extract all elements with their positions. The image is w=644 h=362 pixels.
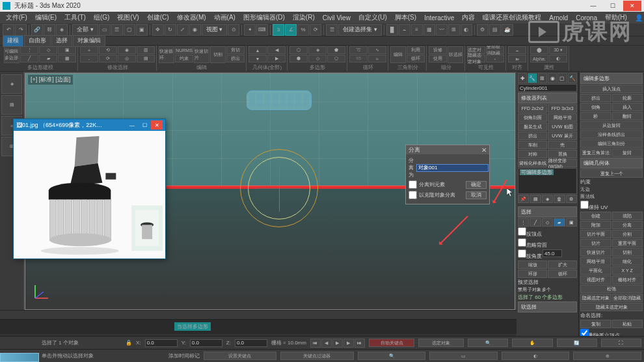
stack-pin[interactable]: 📌 — [518, 195, 529, 203]
time-track[interactable]: 当选择多边形 — [0, 320, 517, 334]
render-button[interactable]: ☕ — [502, 24, 513, 36]
collapse-btn[interactable]: 填陷 — [612, 212, 643, 220]
selected-button[interactable]: 选定对象 — [418, 339, 464, 347]
outline-btn[interactable]: 轮廓 — [612, 94, 643, 102]
select-button[interactable]: ▭ — [99, 24, 111, 36]
dialog-cancel-button[interactable]: 取消 — [466, 191, 487, 199]
mirror-button[interactable]: ▐▌ — [386, 24, 398, 36]
scale-button[interactable]: ⤢ — [177, 24, 189, 36]
undo-button[interactable]: ↶ — [3, 24, 14, 36]
tab-create[interactable]: ✚ — [518, 73, 527, 83]
ribbon-tab-freeform[interactable]: 自由形 — [24, 35, 51, 47]
swiftloop-button[interactable]: 快速循环 — [159, 46, 174, 63]
menu-civilview[interactable]: Civil View — [319, 14, 354, 21]
menu-tools[interactable]: 工具(T) — [61, 13, 89, 22]
material-button[interactable]: ◐ — [461, 24, 472, 36]
edge-mode[interactable]: ╱ — [20, 55, 38, 63]
preserve-uv-check[interactable] — [580, 201, 589, 209]
render-setup-button[interactable]: ⚙ — [477, 24, 489, 36]
hide-sel-btn[interactable]: 隐藏选定对象 — [580, 294, 611, 302]
scene-btn2[interactable]: ▤ — [1, 95, 22, 115]
drag-handle[interactable] — [0, 353, 39, 362]
const-btn[interactable]: 约束 — [175, 55, 193, 63]
z-coord-input[interactable] — [235, 339, 267, 347]
angle-snap-button[interactable]: ∠ — [285, 24, 297, 36]
inset-btn[interactable]: 插入 — [612, 103, 643, 111]
sel-btn3[interactable]: ▥ — [137, 46, 155, 54]
detach-btn[interactable]: 分离 — [612, 221, 643, 229]
grow-btn[interactable]: + — [80, 46, 98, 54]
next-frame[interactable]: ▶ — [343, 339, 354, 348]
nav-max[interactable]: ⛶ — [601, 339, 641, 347]
menu-scripting[interactable]: 脚本(S) — [392, 13, 420, 22]
nav-zoom[interactable]: 🔍 — [468, 339, 508, 347]
move-button[interactable]: ✥ — [152, 24, 164, 36]
loopC[interactable]: ∿ — [368, 46, 386, 54]
quickslice-button[interactable]: 快速切片 — [194, 46, 209, 63]
keyboard-button[interactable]: ⌨ — [256, 24, 268, 36]
menu-content[interactable]: 内容 — [459, 13, 478, 22]
window-crossing-button[interactable]: ▣ — [136, 24, 148, 36]
named-sel-button[interactable]: ☰ — [326, 24, 338, 36]
tab-motion[interactable]: ◉ — [548, 73, 557, 83]
sel-border[interactable]: ◇ — [542, 218, 553, 227]
detach-dialog[interactable]: 分离 ✕ 分离为 分离到元素 确定 以克隆对象分离 取消 — [405, 145, 490, 204]
sel-edge[interactable]: ╱ — [530, 218, 541, 227]
angle-value[interactable] — [543, 249, 562, 257]
tess-btn[interactable]: 细化 — [612, 257, 643, 266]
tab-hierarchy[interactable]: ⊞ — [538, 73, 547, 83]
select-region-button[interactable]: ▢ — [124, 24, 135, 36]
mod-lathe[interactable]: 车削 — [518, 141, 547, 149]
by-vertex-check[interactable] — [518, 227, 526, 236]
subB[interactable]: 使用 — [429, 55, 447, 63]
menu-file[interactable]: 文件(F) — [3, 13, 31, 22]
play-button[interactable]: ▶ — [332, 339, 343, 348]
close-button[interactable]: ✕ — [623, 1, 641, 11]
mod-garment[interactable]: 服装生成 — [518, 122, 547, 131]
detach-name-input[interactable] — [416, 164, 489, 172]
hinge-btn[interactable]: 从边旋转 — [580, 121, 643, 130]
menu-group[interactable]: 组(G) — [90, 13, 113, 22]
ring-btn[interactable]: ⟳ — [99, 55, 117, 63]
rotate-button[interactable]: ↻ — [165, 24, 176, 36]
stack-unique[interactable]: ◈ — [542, 195, 553, 203]
prD[interactable]: ◐ — [549, 55, 567, 63]
sel-btn2[interactable]: ◎ — [118, 55, 136, 63]
stack-remove[interactable]: 🗑 — [554, 195, 565, 203]
full-mode[interactable]: ▦ — [58, 55, 76, 63]
menu-help[interactable]: 帮助(H) — [602, 13, 630, 22]
ref-min-button[interactable]: — — [126, 120, 138, 130]
unlink-button[interactable]: ⛓ — [44, 24, 55, 36]
editable-poly-button[interactable]: 可编辑多边形 — [4, 46, 20, 63]
ext-btn[interactable]: 挤出 — [226, 55, 245, 63]
user-icon[interactable]: 👤 — [632, 14, 644, 21]
edit-geo-header[interactable]: 编辑几何体 — [580, 158, 643, 169]
stack-config[interactable]: ⚙ — [566, 195, 577, 203]
bevel-btn[interactable]: 倒角 — [580, 103, 611, 111]
border-mode[interactable]: ◇ — [39, 46, 57, 54]
prA[interactable]: ⬤ — [530, 46, 548, 54]
y-coord-input[interactable] — [190, 339, 222, 347]
dialog-ok-button[interactable]: 确定 — [466, 181, 487, 189]
selection-filter[interactable]: 全部 ▾ — [72, 24, 98, 36]
keyfilter-button[interactable]: 关键点过滤器 — [280, 352, 354, 360]
placement-button[interactable]: ◉ — [189, 24, 201, 36]
ribbon-tab-selection[interactable]: 选择 — [51, 35, 72, 47]
shrink-btn[interactable]: - — [80, 55, 98, 63]
create-btn[interactable]: 创建 — [580, 212, 611, 220]
ribbon-tab-objectpaint[interactable]: 对象编辑 — [73, 35, 105, 47]
sel-elem[interactable]: ▣ — [566, 218, 577, 227]
nurms-btn[interactable]: NURMS — [175, 46, 193, 54]
loopB[interactable]: ➿ — [349, 55, 368, 63]
del-iso-check[interactable] — [580, 329, 589, 336]
loopD[interactable]: ≈ — [368, 55, 386, 63]
curve-editor-button[interactable]: 〰 — [436, 24, 448, 36]
sel-poly[interactable]: ▰ — [554, 218, 565, 227]
hideC[interactable]: 全部取消隐藏 — [486, 46, 504, 54]
redo-button[interactable]: ↷ — [15, 24, 27, 36]
insert-vert[interactable]: 插入顶点 — [580, 85, 643, 93]
geo3[interactable]: ◀ — [267, 46, 286, 54]
time-ruler[interactable] — [0, 311, 517, 320]
retri-btn[interactable]: 重复三角算法 — [580, 148, 611, 157]
polyF[interactable]: ⬠ — [327, 55, 345, 63]
